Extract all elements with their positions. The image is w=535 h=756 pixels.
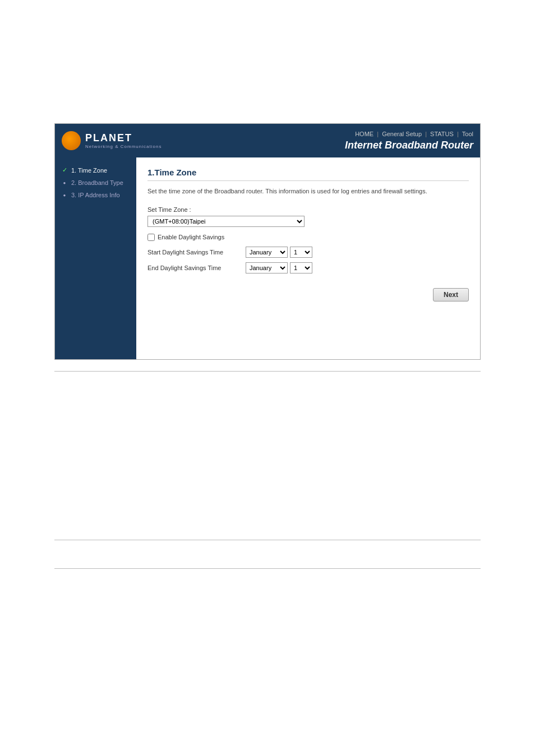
logo-text: PLANET Networking & Communications bbox=[85, 132, 162, 149]
end-daylight-selects: January February March April May June Ju… bbox=[246, 262, 312, 273]
next-button[interactable]: Next bbox=[433, 288, 469, 302]
end-month-select[interactable]: January February March April May June Ju… bbox=[246, 262, 288, 273]
header: PLANET Networking & Communications HOME … bbox=[55, 124, 480, 157]
start-daylight-selects: January February March April May June Ju… bbox=[246, 247, 312, 258]
sidebar-item-label-time-zone: 1. Time Zone bbox=[71, 167, 107, 174]
nav-tool[interactable]: Tool bbox=[462, 131, 473, 137]
nav-links: HOME | General Setup | STATUS | Tool bbox=[355, 131, 473, 137]
nav-general-setup[interactable]: General Setup bbox=[382, 131, 422, 137]
sidebar-item-ip-address[interactable]: ● 3. IP Address Info bbox=[61, 192, 131, 198]
main-content: ✓ 1. Time Zone ● 2. Broadband Type ● 3. … bbox=[55, 157, 480, 359]
enable-daylight-group: Enable Daylight Savings bbox=[147, 234, 469, 241]
logo-planet-text: PLANET bbox=[85, 132, 162, 144]
sidebar-item-label-ip: 3. IP Address Info bbox=[71, 192, 120, 198]
set-time-zone-label: Set Time Zone : bbox=[147, 206, 469, 213]
start-day-select[interactable]: 1 2 3 4 5 bbox=[290, 247, 312, 258]
logo-tagline-text: Networking & Communications bbox=[85, 144, 162, 149]
checkmark-icon: ✓ bbox=[61, 166, 68, 174]
button-row: Next bbox=[147, 284, 469, 302]
start-daylight-label: Start Daylight Savings Time bbox=[147, 249, 246, 256]
page-dividers bbox=[54, 371, 481, 573]
start-month-select[interactable]: January February March April May June Ju… bbox=[246, 247, 288, 258]
divider-2 bbox=[54, 540, 481, 540]
enable-daylight-checkbox[interactable] bbox=[147, 234, 155, 241]
sidebar-item-time-zone[interactable]: ✓ 1. Time Zone bbox=[61, 166, 131, 174]
nav-home[interactable]: HOME bbox=[355, 131, 373, 137]
section-title: 1.Time Zone bbox=[147, 168, 469, 181]
bullet-icon-ip: ● bbox=[61, 193, 68, 198]
header-right: HOME | General Setup | STATUS | Tool Int… bbox=[345, 131, 473, 151]
enable-daylight-label[interactable]: Enable Daylight Savings bbox=[158, 234, 224, 240]
time-zone-select[interactable]: (GMT+08:00)Taipei (GMT-12:00) Internatio… bbox=[147, 216, 305, 227]
content-area: 1.Time Zone Set the time zone of the Bro… bbox=[136, 157, 480, 359]
bullet-icon-broadband: ● bbox=[61, 180, 68, 185]
sidebar-item-label-broadband: 2. Broadband Type bbox=[71, 179, 123, 186]
section-description: Set the time zone of the Broadband route… bbox=[147, 187, 469, 196]
divider-3 bbox=[54, 568, 481, 569]
start-daylight-row: Start Daylight Savings Time January Febr… bbox=[147, 247, 469, 258]
logo-area: PLANET Networking & Communications bbox=[62, 131, 162, 150]
product-title: Internet Broadband Router bbox=[345, 140, 473, 151]
time-zone-group: Set Time Zone : (GMT+08:00)Taipei (GMT-1… bbox=[147, 206, 469, 227]
sidebar: ✓ 1. Time Zone ● 2. Broadband Type ● 3. … bbox=[55, 157, 136, 359]
planet-logo-icon bbox=[62, 131, 81, 150]
end-daylight-label: End Daylight Savings Time bbox=[147, 265, 246, 271]
divider-1 bbox=[54, 371, 481, 372]
end-day-select[interactable]: 1 2 3 4 5 bbox=[290, 262, 312, 273]
sidebar-item-broadband-type[interactable]: ● 2. Broadband Type bbox=[61, 179, 131, 186]
nav-status[interactable]: STATUS bbox=[430, 131, 454, 137]
end-daylight-row: End Daylight Savings Time January Februa… bbox=[147, 262, 469, 273]
